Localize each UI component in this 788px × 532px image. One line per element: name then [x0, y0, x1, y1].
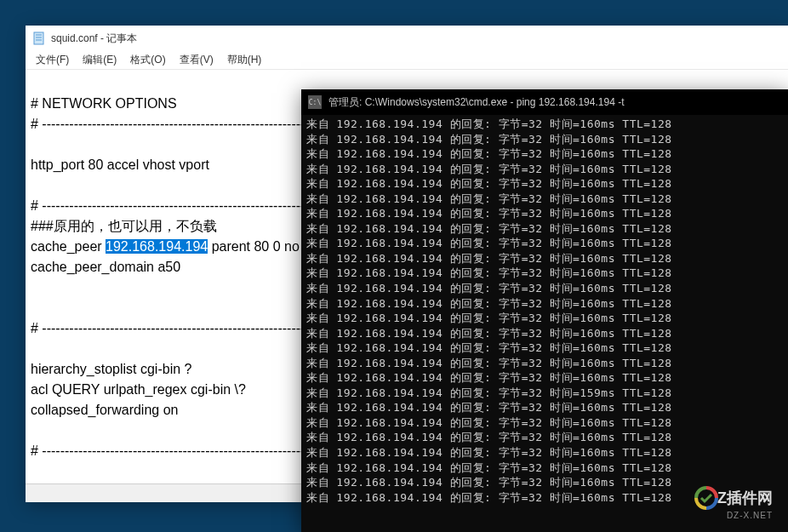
notepad-title-text: squid.conf - 记事本: [51, 31, 137, 46]
cmd-titlebar[interactable]: C:\ 管理员: C:\Windows\system32\cmd.exe - p…: [301, 89, 788, 115]
ping-reply-line: 来自 192.168.194.194 的回复: 字节=32 时间=160ms T…: [306, 146, 783, 162]
notepad-icon: [32, 31, 46, 45]
ping-reply-line: 来自 192.168.194.194 的回复: 字节=32 时间=160ms T…: [306, 460, 783, 476]
cmd-icon: C:\: [308, 95, 322, 109]
menu-edit[interactable]: 编辑(E): [76, 51, 123, 69]
ping-reply-line: 来自 192.168.194.194 的回复: 字节=32 时间=160ms T…: [306, 370, 783, 386]
ping-reply-line: 来自 192.168.194.194 的回复: 字节=32 时间=160ms T…: [306, 311, 783, 326]
watermark: Z插件网 DZ-X.NET: [694, 485, 773, 520]
text-line: hierarchy_stoplist cgi-bin ?: [31, 362, 191, 376]
cmd-title-text: 管理员: C:\Windows\system32\cmd.exe - ping …: [328, 95, 625, 110]
ping-reply-line: 来自 192.168.194.194 的回复: 字节=32 时间=160ms T…: [306, 266, 783, 281]
ping-reply-line: 来自 192.168.194.194 的回复: 字节=32 时间=160ms T…: [306, 176, 783, 192]
ping-reply-line: 来自 192.168.194.194 的回复: 字节=32 时间=160ms T…: [306, 326, 783, 341]
cmd-output-area[interactable]: 来自 192.168.194.194 的回复: 字节=32 时间=160ms T…: [301, 115, 788, 506]
watermark-logo: Z插件网: [694, 485, 773, 511]
ping-reply-line: 来自 192.168.194.194 的回复: 字节=32 时间=160ms T…: [306, 162, 783, 177]
ping-reply-line: 来自 192.168.194.194 的回复: 字节=32 时间=160ms T…: [306, 117, 783, 132]
svg-rect-0: [34, 32, 43, 44]
menu-format[interactable]: 格式(O): [123, 51, 172, 69]
ping-reply-line: 来自 192.168.194.194 的回复: 字节=32 时间=160ms T…: [306, 296, 783, 312]
ping-reply-line: 来自 192.168.194.194 的回复: 字节=32 时间=160ms T…: [306, 221, 783, 237]
cmd-window: C:\ 管理员: C:\Windows\system32\cmd.exe - p…: [301, 89, 788, 532]
ping-reply-line: 来自 192.168.194.194 的回复: 字节=32 时间=160ms T…: [306, 445, 783, 460]
text-line: collapsed_forwarding on: [31, 403, 178, 417]
watermark-text: Z插件网: [717, 488, 773, 508]
text-line: cache_peer 192.168.194.194 parent 80 0 n…: [31, 239, 300, 254]
watermark-subtitle: DZ-X.NET: [727, 511, 773, 520]
menu-view[interactable]: 查看(V): [173, 51, 220, 69]
ping-reply-line: 来自 192.168.194.194 的回复: 字节=32 时间=160ms T…: [306, 132, 783, 147]
ping-reply-line: 来自 192.168.194.194 的回复: 字节=32 时间=160ms T…: [306, 430, 783, 445]
ping-reply-line: 来自 192.168.194.194 的回复: 字节=32 时间=160ms T…: [306, 281, 783, 296]
menu-help[interactable]: 帮助(H): [220, 51, 269, 69]
notepad-titlebar[interactable]: squid.conf - 记事本: [26, 26, 788, 51]
menu-file[interactable]: 文件(F): [29, 51, 76, 69]
text-line: acl QUERY urlpath_regex cgi-bin \?: [31, 382, 246, 397]
ping-reply-line: 来自 192.168.194.194 的回复: 字节=32 时间=160ms T…: [306, 356, 783, 371]
ping-reply-line: 来自 192.168.194.194 的回复: 字节=32 时间=160ms T…: [306, 400, 783, 415]
text-after-selection: parent 80 0 no: [208, 239, 300, 254]
ping-reply-line: 来自 192.168.194.194 的回复: 字节=32 时间=160ms T…: [306, 192, 783, 207]
ping-reply-line: 来自 192.168.194.194 的回复: 字节=32 时间=160ms T…: [306, 251, 783, 266]
ping-reply-line: 来自 192.168.194.194 的回复: 字节=32 时间=160ms T…: [306, 206, 783, 221]
ping-reply-line: 来自 192.168.194.194 的回复: 字节=32 时间=160ms T…: [306, 340, 783, 356]
ping-reply-line: 来自 192.168.194.194 的回复: 字节=32 时间=159ms T…: [306, 386, 783, 401]
ping-reply-line: 来自 192.168.194.194 的回复: 字节=32 时间=160ms T…: [306, 236, 783, 251]
selected-text: 192.168.194.194: [106, 239, 208, 254]
text-line: cache_peer_domain a50: [31, 260, 180, 274]
text-line: ###原用的，也可以用，不负载: [31, 219, 217, 233]
text-line: http_port 80 accel vhost vport: [31, 157, 209, 172]
notepad-menubar: 文件(F) 编辑(E) 格式(O) 查看(V) 帮助(H): [26, 51, 788, 70]
watermark-circle-icon: [694, 485, 719, 511]
text-line: # NETWORK OPTIONS: [31, 96, 177, 111]
text-before-selection: cache_peer: [31, 239, 106, 254]
ping-reply-line: 来自 192.168.194.194 的回复: 字节=32 时间=160ms T…: [306, 415, 783, 431]
